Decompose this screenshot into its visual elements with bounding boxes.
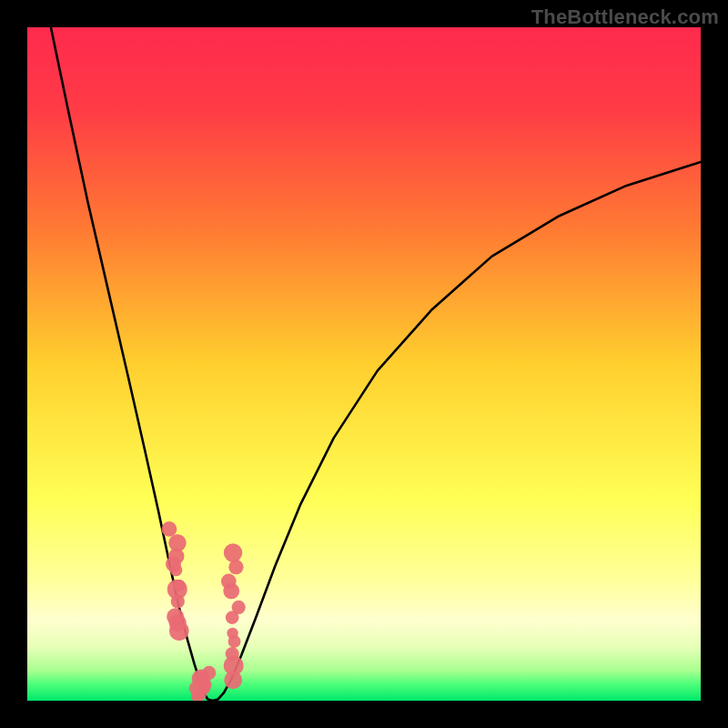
data-marker: [232, 601, 246, 614]
curve-layer: [27, 27, 701, 701]
data-marker: [227, 628, 238, 639]
attribution-label: TheBottleneck.com: [531, 5, 719, 29]
data-marker: [168, 534, 186, 551]
data-marker: [221, 574, 237, 590]
data-marker: [224, 543, 242, 561]
data-marker: [173, 580, 185, 592]
data-marker: [167, 608, 184, 625]
data-marker: [226, 647, 239, 661]
chart-frame: TheBottleneck.com: [0, 0, 728, 728]
data-marker: [228, 560, 243, 574]
data-marker: [202, 666, 216, 680]
bottleneck-curve: [51, 27, 701, 701]
data-marker: [162, 521, 177, 537]
data-markers: [162, 521, 246, 701]
plot-area: [27, 27, 701, 701]
